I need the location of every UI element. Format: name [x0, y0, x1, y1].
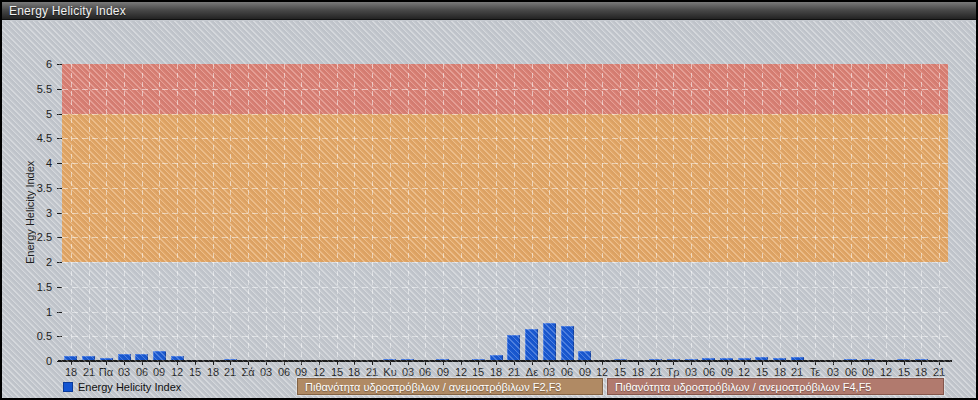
x-tick-mark: [443, 362, 444, 365]
x-tick-mark: [602, 362, 603, 365]
x-tick-mark: [337, 362, 338, 365]
y-tick-label: 1: [6, 306, 52, 318]
probability-box-f4f5: Πιθανότητα υδροστρόβιλων / ανεμοστρόβιλω…: [607, 378, 944, 395]
x-tick-mark: [372, 362, 373, 365]
x-tick-mark: [461, 362, 462, 365]
x-tick-mark: [124, 362, 125, 365]
x-tick-mark: [301, 362, 302, 365]
x-tick-mark: [106, 362, 107, 365]
x-tick-mark: [886, 362, 887, 365]
y-tick-mark: [57, 64, 62, 65]
y-tick-label: 4: [6, 157, 52, 169]
x-tick-mark: [177, 362, 178, 365]
x-axis-line: [58, 360, 952, 362]
x-tick-label: 21: [926, 366, 952, 378]
y-tick-label: 5: [6, 108, 52, 120]
y-tick-mark: [57, 287, 62, 288]
gridline-horizontal: [62, 312, 948, 313]
y-tick-label: 3.5: [6, 182, 52, 194]
x-tick-mark: [354, 362, 355, 365]
x-tick-mark: [762, 362, 763, 365]
x-tick-mark: [656, 362, 657, 365]
x-tick-mark: [904, 362, 905, 365]
gridline-horizontal: [62, 138, 948, 139]
window-titlebar: Energy Helicity Index: [2, 2, 976, 20]
x-tick-mark: [532, 362, 533, 365]
y-tick-mark: [57, 336, 62, 337]
x-tick-mark: [921, 362, 922, 365]
legend-swatch-icon: [63, 382, 73, 392]
x-tick-mark: [266, 362, 267, 365]
chart-area: Energy Helicity Index 1821Πα030609121518…: [2, 21, 976, 398]
x-tick-mark: [638, 362, 639, 365]
x-tick-mark: [408, 362, 409, 365]
y-tick-label: 2.5: [6, 231, 52, 243]
x-tick-mark: [673, 362, 674, 365]
y-tick-label: 0: [6, 355, 52, 367]
y-tick-mark: [57, 312, 62, 313]
gridline-horizontal: [62, 336, 948, 337]
x-tick-mark: [868, 362, 869, 365]
x-tick-mark: [213, 362, 214, 365]
gridline-horizontal: [62, 287, 948, 288]
x-tick-mark: [425, 362, 426, 365]
x-tick-mark: [89, 362, 90, 365]
x-tick-mark: [939, 362, 940, 365]
y-tick-mark: [57, 114, 62, 115]
window-title: Energy Helicity Index: [2, 2, 976, 20]
plot-area: 1821Πα03060912151821Σά03060912151821Κυ03…: [62, 64, 948, 361]
probability-box-f2f3: Πιθανότητα υδροστρόβιλων / ανεμοστρόβιλω…: [297, 378, 603, 395]
y-tick-mark: [57, 138, 62, 139]
x-tick-mark: [567, 362, 568, 365]
x-tick-mark: [195, 362, 196, 365]
y-tick-label: 2: [6, 256, 52, 268]
x-tick-mark: [815, 362, 816, 365]
y-tick-label: 3: [6, 207, 52, 219]
x-tick-mark: [797, 362, 798, 365]
x-tick-mark: [284, 362, 285, 365]
gridline-horizontal: [62, 237, 948, 238]
y-tick-mark: [57, 163, 62, 164]
x-tick-mark: [851, 362, 852, 365]
y-tick-label: 6: [6, 58, 52, 70]
x-tick-mark: [549, 362, 550, 365]
ehi-bar: [543, 323, 556, 361]
y-tick-mark: [57, 361, 62, 362]
ehi-bar: [525, 329, 538, 361]
gridline-horizontal: [62, 89, 948, 90]
y-tick-mark: [57, 262, 62, 263]
y-tick-mark: [57, 188, 62, 189]
y-tick-mark: [57, 237, 62, 238]
x-tick-mark: [585, 362, 586, 365]
x-tick-mark: [390, 362, 391, 365]
gridline-horizontal: [62, 213, 948, 214]
app-window: Energy Helicity Index Energy Helicity In…: [0, 0, 978, 400]
x-tick-mark: [620, 362, 621, 365]
x-tick-mark: [514, 362, 515, 365]
legend-series-label: Energy Helicity Index: [78, 381, 181, 393]
x-tick-mark: [248, 362, 249, 365]
x-tick-mark: [780, 362, 781, 365]
gridline-horizontal: [62, 163, 948, 164]
x-tick-mark: [71, 362, 72, 365]
gridline-horizontal: [62, 114, 948, 115]
gridline-horizontal: [62, 262, 948, 263]
x-tick-mark: [230, 362, 231, 365]
chart-legend: Energy Helicity Index: [63, 379, 181, 395]
y-tick-label: 1.5: [6, 281, 52, 293]
ehi-bar: [507, 335, 520, 361]
x-tick-mark: [727, 362, 728, 365]
x-tick-mark: [833, 362, 834, 365]
y-tick-mark: [57, 89, 62, 90]
x-tick-mark: [691, 362, 692, 365]
x-tick-mark: [319, 362, 320, 365]
y-tick-label: 0.5: [6, 330, 52, 342]
ehi-bar: [561, 326, 574, 361]
x-tick-mark: [478, 362, 479, 365]
y-tick-mark: [57, 213, 62, 214]
gridline-horizontal: [62, 188, 948, 189]
x-tick-mark: [496, 362, 497, 365]
x-tick-mark: [159, 362, 160, 365]
y-tick-label: 4.5: [6, 132, 52, 144]
x-tick-mark: [709, 362, 710, 365]
